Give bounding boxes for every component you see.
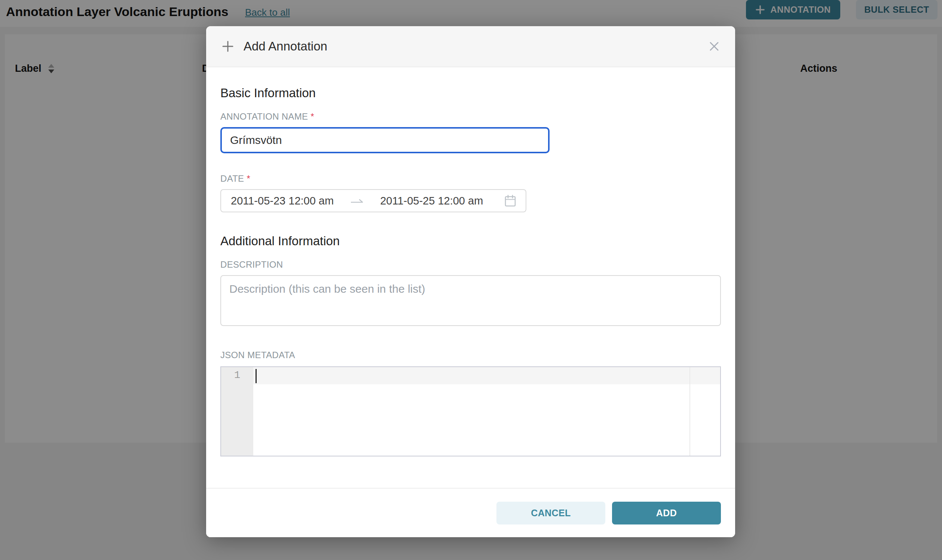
end-date-value[interactable]: 2011-05-25 12:00 am	[380, 195, 483, 207]
editor-line-number: 1	[221, 370, 253, 381]
plus-icon	[221, 40, 234, 53]
date-label: DATE*	[220, 174, 721, 184]
calendar-icon	[505, 195, 516, 207]
description-label: DESCRIPTION	[220, 260, 721, 270]
modal-title: Add Annotation	[244, 39, 327, 54]
json-metadata-label: JSON METADATA	[220, 350, 721, 360]
add-button[interactable]: ADD	[612, 502, 721, 525]
editor-active-line	[253, 367, 720, 384]
cancel-button[interactable]: CANCEL	[496, 502, 605, 525]
editor-cursor	[256, 369, 257, 383]
modal-footer: CANCEL ADD	[206, 488, 735, 537]
start-date-value[interactable]: 2011-05-23 12:00 am	[231, 195, 334, 207]
json-metadata-editor[interactable]: 1	[220, 366, 721, 457]
description-textarea[interactable]	[220, 275, 721, 326]
editor-print-margin	[689, 367, 690, 456]
add-annotation-modal: Add Annotation Basic Information ANNOTAT…	[206, 26, 735, 537]
date-range-picker[interactable]: 2011-05-23 12:00 am 2011-05-25 12:00 am	[220, 189, 526, 212]
close-button[interactable]	[708, 40, 720, 52]
annotation-name-input[interactable]	[220, 127, 550, 153]
close-icon	[708, 40, 720, 52]
annotation-name-label: ANNOTATION NAME*	[220, 111, 721, 122]
modal-header: Add Annotation	[206, 26, 735, 67]
modal-body: Basic Information ANNOTATION NAME* DATE*…	[206, 67, 735, 488]
range-arrow-icon	[350, 197, 364, 205]
required-mark: *	[310, 111, 314, 122]
basic-information-heading: Basic Information	[220, 86, 721, 100]
required-mark: *	[247, 174, 250, 183]
additional-information-heading: Additional Information	[220, 234, 721, 248]
